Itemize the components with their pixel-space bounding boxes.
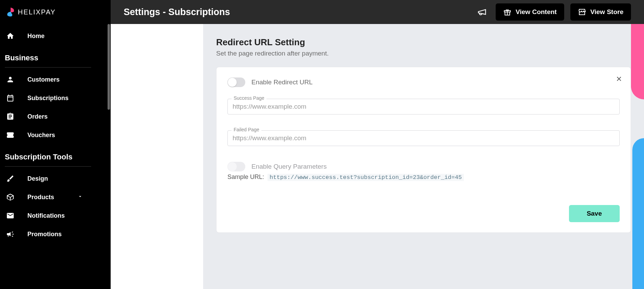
clipboard-icon	[6, 112, 14, 121]
sidebar-item-notifications[interactable]: Notifications	[0, 206, 96, 225]
success-page-label: Success Page	[232, 95, 267, 101]
enable-redirect-label: Enable Redirect URL	[251, 79, 312, 86]
button-label: View Store	[590, 8, 623, 16]
sidebar-item-promotions[interactable]: Promotions	[0, 225, 96, 243]
save-button[interactable]: Save	[569, 205, 620, 222]
button-label: View Content	[516, 8, 557, 16]
sidebar-item-design[interactable]: Design	[0, 169, 96, 188]
calendar-icon	[6, 94, 14, 102]
sidebar-scrollbar[interactable]	[108, 24, 110, 110]
sidebar-label: Customers	[27, 76, 60, 83]
failed-page-input[interactable]	[227, 130, 620, 146]
megaphone-icon	[6, 230, 14, 238]
sidebar-label: Vouchers	[27, 132, 55, 139]
toggle-knob	[228, 78, 237, 87]
sidebar-label: Promotions	[27, 231, 62, 238]
settings-subnav-panel	[111, 24, 203, 289]
enable-query-toggle[interactable]	[227, 162, 245, 171]
sidebar-label: Orders	[27, 113, 48, 120]
sidebar: HELIXPAY Home Business Customers	[0, 0, 111, 289]
redirect-url-card: Enable Redirect URL Success Page Failed …	[216, 67, 631, 233]
sidebar-section-business: Business	[0, 45, 96, 67]
sidebar-item-subscriptions[interactable]: Subscriptions	[0, 89, 96, 107]
sidebar-item-home[interactable]: Home	[0, 27, 96, 45]
sidebar-section-subscription-tools: Subscription Tools	[0, 144, 96, 166]
box-icon	[6, 193, 14, 201]
sidebar-item-customers[interactable]: Customers	[0, 70, 96, 89]
sidebar-label: Products	[27, 194, 54, 201]
close-icon	[615, 75, 623, 83]
failed-page-label: Failed Page	[232, 127, 261, 132]
person-icon	[6, 75, 14, 84]
topbar: Settings - Subscriptions View Content Vi…	[111, 0, 644, 24]
sample-url-value: https://www.success.test?subscription_id…	[268, 174, 464, 181]
divider	[5, 166, 91, 167]
sample-url-label: Sample URL:	[227, 173, 264, 181]
sidebar-label: Notifications	[27, 212, 65, 219]
logo-mark-icon	[6, 8, 15, 16]
toggle-knob	[228, 162, 237, 171]
sidebar-label: Subscriptions	[27, 95, 69, 102]
sidebar-item-vouchers[interactable]: Vouchers	[0, 126, 96, 144]
close-button[interactable]	[614, 73, 624, 84]
section-subtitle: Set the page redirection after payment.	[216, 50, 631, 57]
store-icon	[578, 8, 586, 16]
sidebar-item-orders[interactable]: Orders	[0, 107, 96, 126]
divider	[5, 67, 91, 68]
enable-redirect-toggle[interactable]	[227, 77, 245, 87]
home-icon	[6, 32, 14, 40]
sidebar-item-products[interactable]: Products	[0, 188, 96, 206]
success-page-input[interactable]	[227, 99, 620, 115]
section-title: Redirect URL Setting	[216, 37, 631, 48]
brand-name: HELIXPAY	[18, 8, 56, 16]
mail-icon	[6, 212, 14, 220]
view-store-button[interactable]: View Store	[570, 3, 631, 21]
view-content-button[interactable]: View Content	[496, 3, 564, 21]
megaphone-icon	[477, 7, 487, 17]
ticket-icon	[6, 131, 14, 139]
enable-query-label: Enable Query Parameters	[251, 163, 327, 170]
sidebar-label: Design	[27, 175, 48, 182]
sidebar-label: Home	[27, 33, 45, 40]
settings-content-panel: Redirect URL Setting Set the page redire…	[203, 24, 644, 289]
page-title: Settings - Subscriptions	[124, 7, 230, 17]
gift-icon	[503, 8, 511, 16]
main-area: Settings - Subscriptions View Content Vi…	[111, 0, 644, 289]
chevron-down-icon	[77, 194, 83, 201]
content-scroll[interactable]: Redirect URL Setting Set the page redire…	[111, 24, 644, 289]
brand-logo[interactable]: HELIXPAY	[0, 0, 96, 24]
brush-icon	[6, 174, 14, 183]
announce-button[interactable]	[474, 4, 490, 20]
